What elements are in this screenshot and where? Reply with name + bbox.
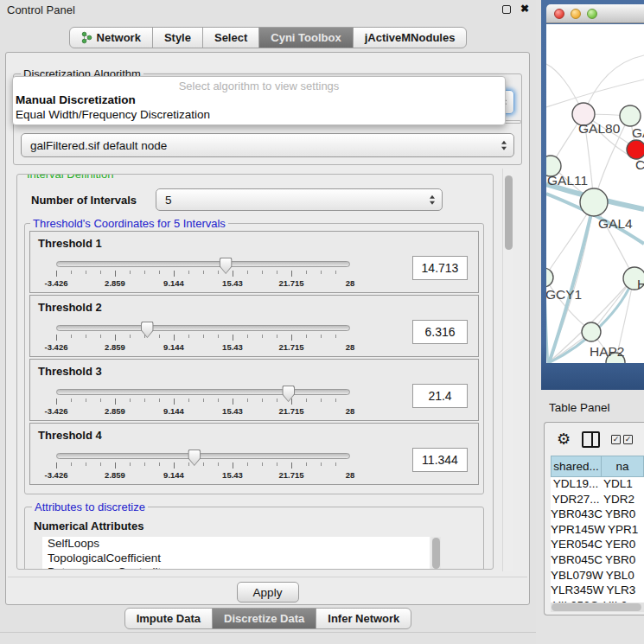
table-row[interactable]: YBR045C YBR0 xyxy=(551,553,644,569)
close-traffic-light-icon[interactable] xyxy=(554,9,564,19)
node-label: HA xyxy=(637,277,644,291)
node-selected-red[interactable] xyxy=(627,140,644,159)
cyni-toolbox-panel: Discretization Algorithm Table Data galF… xyxy=(5,52,530,605)
threshold-slider[interactable]: -3.426 2.859 9.144 15.43 21.715 28 xyxy=(56,386,350,418)
checkbox-icon[interactable]: ✓ xyxy=(623,435,633,444)
cell-shared-name[interactable]: YBR045C xyxy=(551,553,603,569)
algorithm-hint: Select algorithm to view settings xyxy=(13,77,505,92)
top-tab-bar: Network Style Select Cyni Toolbox jActiv… xyxy=(0,27,536,48)
slider-track[interactable] xyxy=(56,325,350,331)
network-graph: GAL80 GA C GAL11 GAL4 GCY1 HA HAP2 xyxy=(546,24,644,363)
attributes-group: Attributes to discretize Numerical Attri… xyxy=(24,507,484,570)
table-panel: ⚙ ✓ ✓ shared... na YDL19... YDL xyxy=(544,422,644,615)
cell-name[interactable]: YBL0 xyxy=(603,569,644,584)
attribute-list-item[interactable]: BetweennessCentrality xyxy=(42,565,430,570)
attribute-list-item[interactable]: TopologicalCoefficient xyxy=(42,552,430,566)
table-row[interactable]: YBL079W YBL0 xyxy=(551,569,644,584)
cell-name[interactable]: YBR0 xyxy=(603,507,644,523)
table-row[interactable]: YBR043C YBR0 xyxy=(551,507,644,523)
scrollbar-thumb[interactable] xyxy=(552,603,641,611)
network-icon xyxy=(81,31,92,44)
slider-track[interactable] xyxy=(56,453,350,459)
attributes-scrollbar[interactable] xyxy=(431,537,441,570)
cell-name[interactable]: YLR3 xyxy=(604,583,644,599)
algorithm-option-manual[interactable]: Manual Discretization xyxy=(13,92,505,107)
cell-name[interactable]: YBR0 xyxy=(603,553,644,569)
cell-shared-name[interactable]: YDL19... xyxy=(551,477,601,493)
combo-arrows-icon xyxy=(501,141,507,150)
table-row[interactable]: YDL19... YDL1 xyxy=(551,477,644,493)
cell-name[interactable]: YER0 xyxy=(603,538,644,553)
columns-icon[interactable] xyxy=(582,431,600,448)
node-label: HAP2 xyxy=(590,344,625,359)
column-header-shared-name[interactable]: shared... xyxy=(551,456,602,477)
settings-vertical-scrollbar[interactable] xyxy=(502,169,513,571)
tab-select[interactable]: Select xyxy=(202,27,259,48)
tab-jactivemnodules[interactable]: jActiveMNodules xyxy=(353,27,468,48)
tab-network[interactable]: Network xyxy=(69,27,153,48)
node-gal4[interactable] xyxy=(580,188,608,216)
node-label: GCY1 xyxy=(546,287,582,302)
threshold-value-field[interactable]: 6.316 xyxy=(412,320,468,344)
float-window-icon[interactable] xyxy=(502,5,511,14)
threshold-panel: Threshold 4 -3.426 2.859 xyxy=(29,423,479,485)
numerical-attributes-label: Numerical Attributes xyxy=(34,520,143,532)
threshold-slider[interactable]: -3.426 2.859 9.144 15.43 21.715 28 xyxy=(56,450,350,482)
table-row[interactable]: YDR27... YDR2 xyxy=(551,493,644,508)
tab-cyni-toolbox[interactable]: Cyni Toolbox xyxy=(258,27,353,48)
numerical-attributes-list[interactable]: SelfLoopsTopologicalCoefficientBetweenne… xyxy=(42,537,430,570)
apply-button[interactable]: Apply xyxy=(237,582,299,603)
table-row[interactable]: YLR345W YLR3 xyxy=(551,583,644,599)
node-label: GA xyxy=(632,125,644,140)
algorithm-option-equal-width[interactable]: Equal Width/Frequency Discretization xyxy=(13,107,505,122)
close-icon[interactable]: ✖ xyxy=(520,3,529,15)
cell-name[interactable]: YDR2 xyxy=(601,493,644,508)
slider-track[interactable] xyxy=(56,389,350,395)
slider-major-ticks xyxy=(56,271,350,277)
node-gcy1[interactable] xyxy=(546,268,553,287)
checkbox-icon[interactable]: ✓ xyxy=(611,435,621,444)
threshold-label: Threshold 2 xyxy=(38,301,102,314)
threshold-value-field[interactable]: 11.344 xyxy=(412,448,468,472)
cell-shared-name[interactable]: YLR345W xyxy=(551,583,604,599)
slider-track[interactable] xyxy=(56,261,350,267)
network-canvas[interactable]: GAL80 GA C GAL11 GAL4 GCY1 HA HAP2 xyxy=(546,24,644,363)
network-window-titlebar xyxy=(546,4,644,23)
node-label: GAL11 xyxy=(547,173,588,188)
table-row[interactable]: YER054C YER0 xyxy=(551,538,644,553)
threshold-slider[interactable]: -3.426 2.859 9.144 15.43 21.715 28 xyxy=(56,258,350,290)
cell-shared-name[interactable]: YBR043C xyxy=(551,507,603,523)
scrollbar-thumb[interactable] xyxy=(505,175,513,250)
tab-infer-network[interactable]: Infer Network xyxy=(316,608,411,629)
cell-shared-name[interactable]: YER054C xyxy=(551,538,603,553)
tab-impute-data[interactable]: Impute Data xyxy=(124,608,213,629)
cell-name[interactable]: YPR1 xyxy=(605,523,644,539)
cell-shared-name[interactable]: YPR145W xyxy=(551,523,605,539)
threshold-value-field[interactable]: 21.4 xyxy=(412,384,468,408)
control-panel: Control Panel ✖ Network Style Select Cyn… xyxy=(0,0,536,644)
table-data-combobox[interactable]: galFiltered.sif default node xyxy=(21,133,514,157)
threshold-slider[interactable]: -3.426 2.859 9.144 15.43 21.715 28 xyxy=(56,322,350,354)
network-view-window: GAL80 GA C GAL11 GAL4 GCY1 HA HAP2 xyxy=(541,0,644,390)
column-header-name[interactable]: na xyxy=(601,456,644,477)
cell-shared-name[interactable]: YDR27... xyxy=(551,493,601,508)
gear-icon[interactable]: ⚙ xyxy=(557,431,571,447)
zoom-traffic-light-icon[interactable] xyxy=(587,9,597,19)
minimize-traffic-light-icon[interactable] xyxy=(571,9,581,19)
threshold-label: Threshold 1 xyxy=(38,237,102,250)
table-row[interactable]: YPR145W YPR1 xyxy=(551,523,644,539)
threshold-label: Threshold 4 xyxy=(38,429,102,442)
tab-discretize-data[interactable]: Discretize Data xyxy=(212,608,316,629)
slider-major-ticks xyxy=(56,399,350,405)
threshold-panel: Threshold 2 -3.426 2.859 xyxy=(29,295,479,357)
table-horizontal-scrollbar[interactable] xyxy=(551,603,644,612)
node-right-top[interactable] xyxy=(620,105,641,126)
number-of-intervals-spinner[interactable]: 5 xyxy=(156,188,443,211)
app-root: Control Panel ✖ Network Style Select Cyn… xyxy=(0,0,644,644)
cell-name[interactable]: YDL1 xyxy=(601,477,644,493)
threshold-value-field[interactable]: 14.713 xyxy=(412,256,468,280)
node-hap2[interactable] xyxy=(582,322,601,341)
cell-shared-name[interactable]: YBL079W xyxy=(551,569,603,584)
tab-style[interactable]: Style xyxy=(152,27,203,48)
attribute-list-item[interactable]: SelfLoops xyxy=(42,537,430,552)
